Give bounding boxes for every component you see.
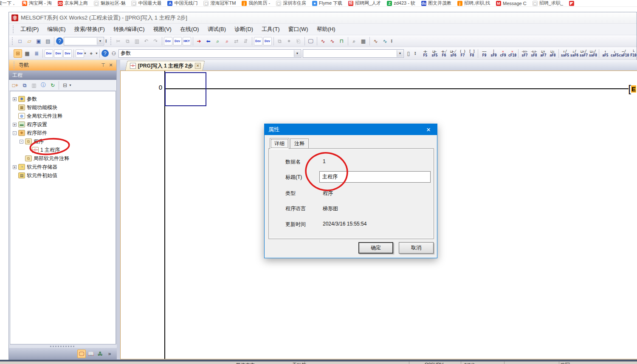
close-panel-icon[interactable]: ✕ — [108, 62, 114, 68]
menu-f[interactable]: 搜索/替换(F) — [70, 24, 109, 35]
bookmark-item[interactable]: ●Flyme 下载 — [312, 0, 342, 6]
tree-item-row3[interactable]: +▬程序设置 — [13, 120, 47, 129]
bookmark-item[interactable]: ▢魅族社区-魅 — [94, 0, 126, 6]
bookmark-item[interactable]: ▢中国最大最 — [131, 0, 161, 6]
module-configuration-icon[interactable]: ▦ — [23, 49, 31, 58]
ladder-symbol-button-aF5[interactable]: ↑aF5 — [600, 48, 610, 59]
write-to-plc-icon[interactable]: ➜ — [195, 37, 203, 45]
pin-icon[interactable]: ⊤ — [100, 62, 106, 68]
device-batch-icon[interactable]: Dev — [63, 49, 72, 58]
more-views-chevron-icon[interactable]: » — [105, 350, 114, 358]
copy-data-icon[interactable]: ⧉ — [20, 81, 29, 90]
doc-search-icon[interactable]: ▯ — [404, 49, 413, 58]
bookmark-item[interactable]: j招聘,求职,找 — [457, 0, 490, 6]
user-library-icon[interactable]: 📖 — [87, 350, 95, 358]
bookmark-item[interactable]: ▢深圳市住房 — [276, 0, 306, 6]
device-combo[interactable]: 参数▼ — [118, 49, 301, 58]
bookmark-item[interactable]: Zzd423 - 软 — [387, 0, 415, 6]
new-data-icon[interactable]: □+ — [11, 81, 20, 90]
dialog-close-icon[interactable]: ✕ — [420, 124, 437, 135]
ladder-symbol-button-aF8[interactable]: ⊔↓aF8 — [548, 48, 557, 59]
dropdown-arrow-icon[interactable]: ▼ — [84, 52, 87, 55]
menu-d[interactable]: 诊断(D) — [230, 24, 257, 35]
data-property-icon[interactable]: ⓘ — [39, 81, 48, 90]
bookmark-item[interactable]: 招招聘网_人才 — [348, 0, 381, 6]
project-combo[interactable]: ▼ — [64, 37, 104, 45]
cut-icon[interactable]: ✂ — [114, 37, 123, 45]
ladder-symbol-button-saF6[interactable]: ↓/saF6 — [569, 48, 579, 59]
ok-button[interactable]: 确定 — [358, 242, 393, 254]
ladder-symbol-button-cF10[interactable]: ✕cF10 — [507, 48, 517, 59]
menu-w[interactable]: 窗口(W) — [284, 24, 313, 35]
device-table-icon[interactable]: Dev — [54, 49, 62, 58]
paste-icon[interactable]: ▥ — [133, 37, 141, 45]
collapse-minus-icon[interactable]: - — [13, 131, 17, 135]
ladder-symbol-button-sF5[interactable]: ⊔⊢sF5 — [430, 48, 439, 59]
ladder-symbol-button-caF10[interactable]: ─/caF10 — [619, 48, 629, 59]
monitor-start-icon[interactable]: ⌕ — [214, 37, 222, 45]
dropdown-arrow-icon[interactable]: ▼ — [69, 84, 72, 87]
menu-p[interactable]: 工程(P) — [16, 24, 43, 35]
cancel-button[interactable]: 取消 — [399, 242, 434, 254]
ladder-symbol-button-sF9[interactable]: │sF9 — [489, 48, 498, 59]
device-comment-icon[interactable]: Dev — [45, 49, 53, 58]
wave-thermo-icon[interactable]: ∿ — [372, 37, 380, 45]
bookmark-item[interactable]: A中国无线门 — [167, 0, 197, 6]
sampling-trace-icon[interactable]: ∿ — [319, 37, 327, 45]
window-cascade-icon[interactable]: ⧉ — [276, 37, 284, 45]
dropdown-arrow-icon[interactable]: ▼ — [95, 52, 98, 55]
menu-h[interactable]: 帮助(H) — [313, 24, 340, 35]
menu-b[interactable]: 调试(B) — [203, 24, 230, 35]
tree-item-row1[interactable]: ▦智能功能模块 — [13, 103, 57, 112]
menu-e[interactable]: 编辑(E) — [43, 24, 70, 35]
new-project-icon[interactable]: □ — [16, 37, 24, 45]
open-project-icon[interactable]: ▱ — [25, 37, 34, 45]
tree-item-row7[interactable]: ⧉局部软元件注释 — [20, 154, 69, 163]
tree-item-main-program[interactable]: ⊣⊢1 主程序 — [26, 146, 60, 154]
help2-icon[interactable]: ? — [101, 50, 109, 57]
ladder-symbol-button-sF6[interactable]: ⊔⊬sF6 — [448, 48, 458, 59]
remote-operation-icon[interactable]: 🖵 — [307, 37, 315, 45]
work-list-icon[interactable]: ≣ — [32, 49, 41, 58]
ladder-symbol-button-saF8[interactable]: ⊔↓/saF8 — [588, 48, 598, 59]
ladder-symbol-button-saF7[interactable]: ⊔↑/saF7 — [579, 48, 588, 59]
toolbar-overflow-icon[interactable]: ▾▾ — [105, 40, 107, 43]
bookmark-item[interactable]: MMessage C — [496, 1, 527, 6]
logic-test-icon[interactable]: ⊓ — [338, 37, 346, 45]
monitor-read-icon[interactable]: ⇵ — [242, 37, 250, 45]
bookmark-item[interactable]: j我的简历 - — [242, 0, 270, 6]
ladder-symbol-button-F9[interactable]: ──F9 — [479, 48, 489, 59]
combo-arrow-icon[interactable]: ▼ — [397, 50, 403, 57]
trace-search-icon[interactable]: ⌕ — [350, 37, 358, 45]
toolbar-overflow-icon[interactable]: ▾▾ — [414, 52, 416, 55]
refresh-icon[interactable]: ↻ — [48, 81, 57, 90]
ladder-symbol-button-F7[interactable]: ( )F7 — [458, 48, 467, 59]
dialog-titlebar[interactable]: 属性 — [265, 124, 437, 135]
doc-transfer-icon[interactable]: ⎗ — [294, 37, 303, 45]
ladder-symbol-button-F10[interactable]: └F10 — [629, 48, 637, 59]
menu-c[interactable]: 转换/编译(C) — [109, 24, 149, 35]
nav-grip[interactable] — [13, 62, 15, 69]
bookmark-item[interactable]: 度一下， — [0, 0, 16, 6]
expand-plus-icon[interactable]: + — [13, 165, 17, 169]
bookmark-item[interactable]: 淘淘宝网 - 淘 — [22, 0, 52, 6]
toolbar-grip[interactable] — [11, 37, 14, 45]
undo-icon[interactable]: ↶ — [142, 37, 151, 45]
collapse-minus-icon[interactable]: - — [20, 140, 23, 144]
vertical-splitter[interactable] — [117, 60, 120, 359]
combo-arrow-icon[interactable]: ▼ — [294, 50, 300, 57]
device-monitor-icon[interactable]: Dev — [173, 37, 182, 45]
read-from-plc-icon[interactable]: ⬅ — [204, 37, 213, 45]
menu-t[interactable]: 工具(T) — [257, 24, 284, 35]
save-project-icon[interactable]: ▣ — [34, 37, 43, 45]
monitor-write-icon[interactable]: ⇄ — [232, 37, 241, 45]
device-test-icon[interactable]: Dev — [263, 37, 272, 45]
navigation-toggle-icon[interactable]: ⊞ — [14, 49, 22, 58]
tree-item-row5[interactable]: -⧉程序 — [20, 137, 44, 146]
bookmark-item[interactable]: ▢招聘_求职_ — [533, 0, 563, 6]
ladder-symbol-button-aF7[interactable]: ⊔↑aF7 — [538, 48, 548, 59]
ladder-cursor[interactable] — [165, 72, 206, 106]
expand-plus-icon[interactable]: + — [13, 123, 17, 127]
print-icon[interactable]: ▤ — [44, 37, 52, 45]
hot-key-icon[interactable]: HKY — [183, 37, 191, 45]
